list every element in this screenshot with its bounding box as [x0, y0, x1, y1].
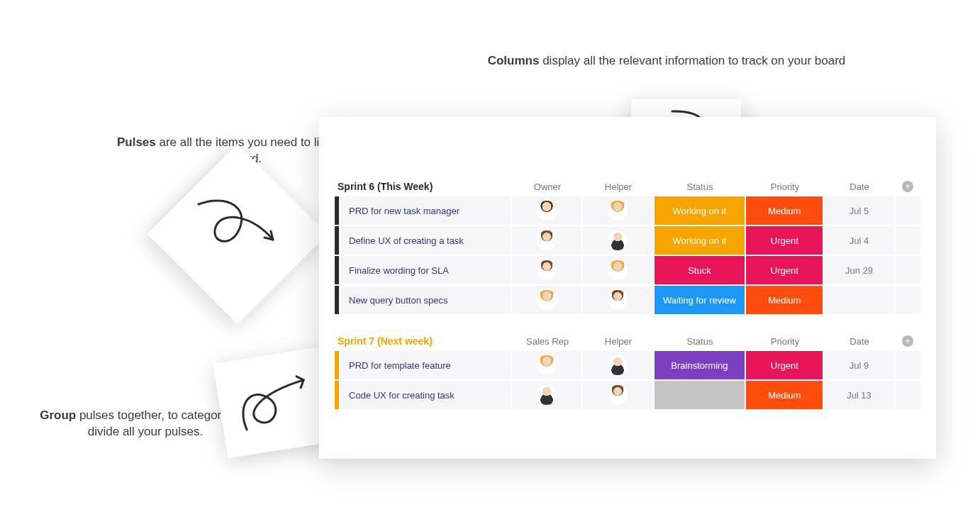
- helper-cell[interactable]: [583, 286, 652, 314]
- group: Sprint 6 (This Week)OwnerHelperStatusPri…: [335, 181, 920, 314]
- avatar: [608, 290, 628, 310]
- priority-cell[interactable]: Medium: [746, 381, 823, 409]
- status-cell[interactable]: Working on it: [655, 196, 745, 225]
- row-accent: [335, 196, 339, 225]
- row-accent: [335, 381, 339, 409]
- date-cell[interactable]: Jul 5: [824, 196, 893, 225]
- arrow-up-right-loop-icon: [229, 362, 321, 440]
- callout-columns: Columns display all the relevant informa…: [468, 53, 865, 69]
- helper-cell[interactable]: [583, 256, 652, 284]
- row-extra: [896, 226, 920, 255]
- priority-cell[interactable]: Urgent: [746, 226, 823, 255]
- table-row: PRD for new task managerWorking on itMed…: [335, 196, 920, 225]
- column-header[interactable]: Status: [654, 182, 746, 192]
- column-header[interactable]: Priority: [746, 182, 824, 192]
- row-accent: [335, 256, 339, 284]
- table-row: Code UX for creating taskMediumJul 13: [335, 381, 920, 409]
- table-row: Define UX of creating a taskWorking on i…: [335, 226, 920, 255]
- priority-cell[interactable]: Urgent: [746, 351, 823, 379]
- row-extra: [896, 351, 920, 379]
- date-cell[interactable]: Jun 29: [824, 256, 893, 284]
- group-title[interactable]: Sprint 6 (This Week): [335, 181, 512, 192]
- avatar: [608, 355, 628, 375]
- helper-cell[interactable]: [583, 196, 652, 225]
- row-extra: [896, 286, 920, 314]
- status-cell[interactable]: [655, 381, 745, 409]
- table-row: New query button specsWaiting for review…: [335, 286, 920, 314]
- row-accent: [335, 226, 339, 255]
- add-column[interactable]: +: [895, 335, 920, 347]
- status-cell[interactable]: Working on it: [655, 226, 745, 255]
- priority-cell[interactable]: Medium: [746, 196, 823, 225]
- column-header[interactable]: Status: [654, 336, 746, 347]
- row-extra: [896, 256, 920, 284]
- priority-cell[interactable]: Medium: [746, 286, 823, 314]
- avatar: [537, 260, 557, 280]
- note-card-pulses: [147, 144, 328, 325]
- callout-columns-text: display all the relevant information to …: [539, 54, 845, 67]
- column-header[interactable]: Helper: [583, 182, 654, 192]
- plus-icon: +: [902, 181, 913, 192]
- table-row: PRD for template featureBrainstormingUrg…: [335, 351, 920, 379]
- column-header[interactable]: Date: [824, 182, 895, 192]
- owner-cell[interactable]: [512, 381, 581, 409]
- pulse-name[interactable]: Define UX of creating a task: [340, 226, 511, 255]
- pulse-name[interactable]: New query button specs: [340, 286, 511, 314]
- avatar: [537, 355, 557, 375]
- note-card-group: [213, 347, 336, 459]
- owner-cell[interactable]: [512, 286, 581, 314]
- pulse-name[interactable]: PRD for template feature: [340, 351, 511, 379]
- column-header[interactable]: Owner: [512, 182, 583, 192]
- helper-cell[interactable]: [583, 381, 652, 409]
- row-accent: [335, 351, 339, 379]
- add-column[interactable]: +: [895, 181, 920, 192]
- avatar: [537, 201, 557, 221]
- row-extra: [896, 381, 920, 409]
- column-header[interactable]: Date: [824, 336, 895, 347]
- date-cell[interactable]: Jul 9: [824, 351, 893, 379]
- owner-cell[interactable]: [512, 196, 581, 225]
- date-cell[interactable]: Jul 13: [824, 381, 893, 409]
- group-header: Sprint 7 (Next week)Sales RepHelperStatu…: [335, 335, 920, 351]
- callout-pulses-bold: Pulses: [117, 135, 156, 149]
- owner-cell[interactable]: [512, 256, 581, 284]
- date-cell[interactable]: [824, 286, 893, 314]
- column-header[interactable]: Helper: [583, 336, 654, 347]
- callout-group: Group pulses together, to categorize or …: [39, 408, 252, 440]
- group-title[interactable]: Sprint 7 (Next week): [335, 335, 512, 347]
- priority-cell[interactable]: Urgent: [746, 256, 823, 284]
- avatar: [608, 230, 628, 250]
- row-extra: [896, 196, 920, 225]
- avatar: [608, 201, 628, 221]
- callout-columns-bold: Columns: [488, 54, 540, 67]
- status-cell[interactable]: Stuck: [655, 256, 745, 284]
- table-row: Finalize wording for SLAStuckUrgentJun 2…: [335, 256, 920, 284]
- arrow-right-loop-icon: [184, 190, 291, 275]
- row-accent: [335, 286, 339, 314]
- pulse-name[interactable]: Finalize wording for SLA: [340, 256, 511, 284]
- pulse-name[interactable]: PRD for new task manager: [340, 196, 511, 225]
- group: Sprint 7 (Next week)Sales RepHelperStatu…: [335, 335, 920, 409]
- avatar: [537, 290, 557, 310]
- column-header[interactable]: Sales Rep: [512, 336, 583, 347]
- avatar: [537, 230, 557, 250]
- pulse-name[interactable]: Code UX for creating task: [340, 381, 511, 409]
- helper-cell[interactable]: [583, 226, 652, 255]
- callout-group-bold: Group: [40, 408, 76, 422]
- owner-cell[interactable]: [512, 226, 581, 255]
- column-header[interactable]: Priority: [746, 336, 824, 347]
- status-cell[interactable]: Waiting for review: [655, 286, 745, 314]
- date-cell[interactable]: Jul 4: [824, 226, 893, 255]
- avatar: [537, 385, 557, 405]
- avatar: [608, 385, 628, 405]
- avatar: [608, 260, 628, 280]
- status-cell[interactable]: Brainstorming: [655, 351, 745, 379]
- board: Sprint 6 (This Week)OwnerHelperStatusPri…: [319, 117, 936, 459]
- helper-cell[interactable]: [583, 351, 652, 379]
- owner-cell[interactable]: [512, 351, 581, 379]
- plus-icon: +: [902, 335, 913, 347]
- group-header: Sprint 6 (This Week)OwnerHelperStatusPri…: [335, 181, 920, 196]
